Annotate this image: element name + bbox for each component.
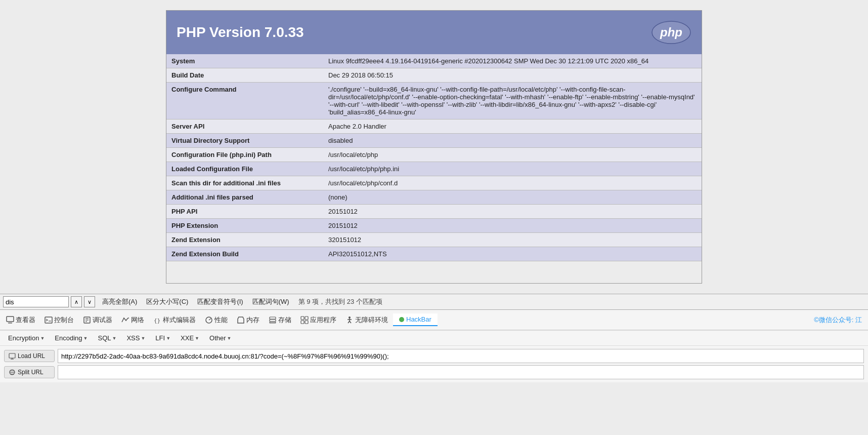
menu-encoding[interactable]: Encoding ▼: [51, 333, 92, 343]
split-url-input[interactable]: [58, 365, 864, 379]
encryption-label: Encryption: [8, 334, 39, 342]
memory-icon: [237, 316, 245, 324]
devtools-debugger[interactable]: 调试器: [79, 313, 116, 327]
table-row: Additional .ini files parsed(none): [166, 190, 702, 205]
network-icon: [121, 316, 129, 324]
hackbar-panel: Encryption ▼ Encoding ▼ SQL ▼ XSS ▼ LFI …: [0, 330, 868, 382]
encryption-arrow: ▼: [40, 336, 45, 341]
highlight-all-option[interactable]: 高亮全部(A): [100, 296, 139, 307]
debugger-icon: [83, 316, 91, 324]
devtools-application[interactable]: 应用程序: [296, 313, 340, 327]
performance-label: 性能: [214, 315, 228, 325]
php-logo: php: [651, 20, 691, 45]
svg-rect-19: [301, 321, 304, 324]
svg-text:{}: {}: [154, 318, 160, 324]
lfi-arrow: ▼: [166, 336, 170, 341]
load-url-label: Load URL: [18, 352, 45, 360]
table-value: /usr/local/etc/php/php.ini: [323, 162, 702, 176]
main-content: PHP Version 7.0.33 php SystemLinux 9fcdf…: [0, 0, 868, 294]
load-url-button[interactable]: Load URL: [4, 350, 55, 362]
watermark: ©微信公众号: 江: [814, 315, 866, 325]
svg-text:php: php: [660, 25, 682, 39]
table-row: Zend Extension320151012: [166, 233, 702, 247]
menu-xss[interactable]: XSS ▼: [122, 333, 149, 343]
table-value: Linux 9fcdff29eee4 4.19.164-0419164-gene…: [323, 54, 702, 68]
find-bar: ∧ ∨ 高亮全部(A) 区分大小写(C) 匹配变音符号(I) 匹配词句(W) 第…: [0, 294, 868, 310]
memory-label: 内存: [246, 315, 259, 325]
menu-sql[interactable]: SQL ▼: [94, 333, 120, 343]
table-row: Configure Command'./configure' '--build=…: [166, 83, 702, 120]
table-value: './configure' '--build=x86_64-linux-gnu'…: [323, 83, 702, 120]
menu-lfi[interactable]: LFI ▼: [151, 333, 175, 343]
devtools-memory[interactable]: 内存: [233, 313, 264, 327]
load-url-icon: [9, 352, 16, 360]
debugger-label: 调试器: [93, 315, 112, 325]
lfi-label: LFI: [155, 334, 165, 342]
devtools-inspector[interactable]: 查看器: [2, 313, 39, 327]
table-key: PHP Extension: [166, 219, 323, 233]
table-row: Zend Extension BuildAPI320151012,NTS: [166, 247, 702, 261]
find-count: 第 9 项，共找到 23 个匹配项: [298, 297, 382, 306]
url-input[interactable]: [58, 349, 864, 363]
split-url-label: Split URL: [18, 369, 44, 376]
split-url-button[interactable]: Split URL: [4, 366, 55, 378]
table-key: Build Date: [166, 68, 323, 83]
svg-rect-26: [9, 353, 15, 358]
svg-line-25: [350, 321, 351, 323]
style-editor-icon: {}: [153, 316, 161, 324]
encoding-label: Encoding: [55, 334, 82, 342]
devtools-storage[interactable]: 存储: [265, 313, 295, 327]
table-key: Server API: [166, 120, 323, 134]
application-label: 应用程序: [310, 315, 336, 325]
split-url-row: Split URL: [4, 365, 864, 379]
hackbar-status-dot: [399, 317, 404, 322]
whole-word-option[interactable]: 匹配词句(W): [250, 296, 291, 307]
console-icon: [45, 316, 53, 324]
inspector-label: 查看器: [16, 315, 35, 325]
find-input[interactable]: [3, 296, 69, 307]
load-url-row: Load URL: [4, 349, 864, 363]
table-key: Additional .ini files parsed: [166, 190, 323, 205]
application-icon: [300, 316, 309, 324]
php-info-container: PHP Version 7.0.33 php SystemLinux 9fcdf…: [166, 10, 702, 284]
table-row: PHP API20151012: [166, 205, 702, 219]
table-value: 20151012: [323, 219, 702, 233]
svg-rect-20: [305, 321, 308, 324]
xxe-label: XXE: [181, 334, 194, 342]
menu-other[interactable]: Other ▼: [205, 333, 235, 343]
other-label: Other: [209, 334, 226, 342]
table-row: Scan this dir for additional .ini files/…: [166, 176, 702, 190]
devtools-network[interactable]: 网络: [117, 313, 148, 327]
menu-encryption[interactable]: Encryption ▼: [4, 333, 49, 343]
svg-rect-18: [305, 317, 308, 320]
diacritic-option[interactable]: 匹配变音符号(I): [195, 296, 245, 307]
hackbar-tab[interactable]: HackBar: [393, 313, 438, 326]
devtools-console[interactable]: 控制台: [40, 313, 78, 327]
table-key: Scan this dir for additional .ini files: [166, 176, 323, 190]
menu-xxe[interactable]: XXE ▼: [177, 333, 203, 343]
hackbar-url-area: Load URL Split URL: [0, 346, 868, 382]
table-key: Configuration File (php.ini) Path: [166, 148, 323, 162]
xss-arrow: ▼: [141, 336, 145, 341]
sql-arrow: ▼: [112, 336, 117, 341]
svg-line-13: [209, 319, 211, 320]
table-value: API320151012,NTS: [323, 247, 702, 261]
storage-icon: [269, 316, 277, 324]
find-options: 高亮全部(A) 区分大小写(C) 匹配变音符号(I) 匹配词句(W): [100, 296, 291, 307]
performance-icon: [205, 316, 213, 324]
hackbar-menu: Encryption ▼ Encoding ▼ SQL ▼ XSS ▼ LFI …: [0, 331, 868, 346]
table-key: System: [166, 54, 323, 68]
find-next-button[interactable]: ∨: [84, 296, 95, 307]
style-editor-label: 样式编辑器: [163, 315, 196, 325]
devtools-style-editor[interactable]: {} 样式编辑器: [149, 313, 200, 327]
table-key: Loaded Configuration File: [166, 162, 323, 176]
devtools-performance[interactable]: 性能: [201, 313, 232, 327]
table-value: /usr/local/etc/php: [323, 148, 702, 162]
find-prev-button[interactable]: ∧: [71, 296, 82, 307]
case-sensitive-option[interactable]: 区分大小写(C): [144, 296, 190, 307]
table-key: Virtual Directory Support: [166, 134, 323, 148]
table-value: Dec 29 2018 06:50:15: [323, 68, 702, 83]
svg-rect-4: [45, 317, 52, 323]
devtools-accessibility[interactable]: 无障碍环境: [341, 313, 392, 327]
table-key: Configure Command: [166, 83, 323, 120]
